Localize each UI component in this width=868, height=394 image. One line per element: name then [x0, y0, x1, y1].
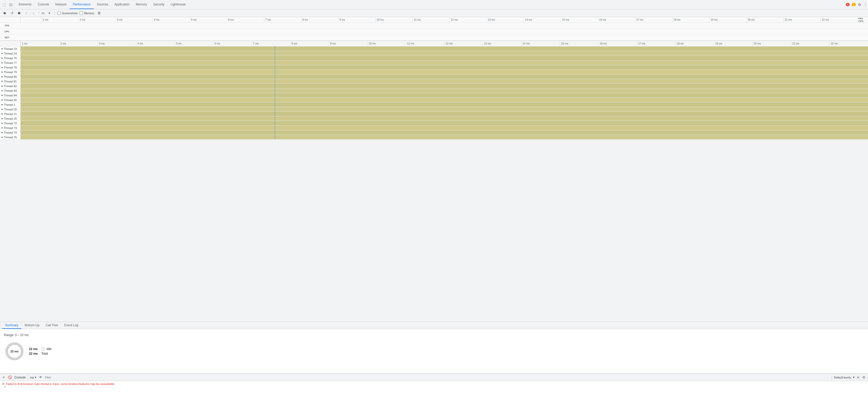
thread-expand-icon[interactable]: ▶	[2, 71, 3, 73]
tab-network[interactable]: Network	[52, 0, 70, 9]
memory-checkbox[interactable]	[80, 11, 83, 15]
summary-stats: 22 ms Idle 22 ms Total	[29, 347, 52, 356]
thread-row[interactable]: ▶Thread 82	[0, 84, 868, 88]
thread-row[interactable]: ▶Thread 72	[0, 121, 868, 125]
thread-expand-icon[interactable]: ▶	[2, 80, 3, 82]
thread-row[interactable]: ▶Thread 79	[0, 70, 868, 75]
tab-security[interactable]: Security	[150, 0, 167, 9]
tab-sources[interactable]: Sources	[94, 0, 111, 9]
console-close-button[interactable]: ✕	[857, 375, 860, 379]
more-options-icon[interactable]: ⋮	[863, 3, 867, 7]
thread-name: Thread 80	[4, 75, 17, 78]
idle-time: 22 ms	[29, 347, 39, 351]
thread-row[interactable]: ▶Thread 92	[0, 98, 868, 102]
thread-row[interactable]: ▶Thread 1	[0, 102, 868, 107]
thread-expand-icon[interactable]: ▶	[2, 117, 3, 120]
tab-elements[interactable]: Elements	[16, 0, 35, 9]
thread-label: ▶Thread 25	[0, 116, 21, 121]
thread-expand-icon[interactable]: ▶	[2, 108, 3, 110]
tab-call-tree[interactable]: Call Tree	[43, 322, 61, 329]
ruler-tick-11ms: 11 ms	[412, 17, 450, 23]
tab-lighthouse[interactable]: Lighthouse	[167, 0, 189, 9]
thread-row[interactable]: ▶Thread 83	[0, 88, 868, 93]
thread-expand-icon[interactable]: ▶	[2, 127, 3, 129]
donut-chart: 22 ms	[4, 341, 25, 362]
screenshots-checkbox-group[interactable]: Screenshots	[57, 11, 78, 15]
thread-expand-icon[interactable]: ▶	[2, 99, 3, 101]
download-button[interactable]: ↓	[31, 10, 36, 16]
tab-application[interactable]: Application	[111, 0, 133, 9]
console-prompt[interactable]: >	[2, 386, 866, 389]
tab-event-log[interactable]: Event Log	[61, 322, 82, 329]
console-clear-icon[interactable]: 🚫	[7, 375, 12, 380]
thread-expand-icon[interactable]: ▶	[2, 66, 3, 68]
thread-expand-icon[interactable]: ▶	[2, 136, 3, 138]
thread-label: ▶Thread 80	[0, 75, 21, 79]
thread-track	[21, 65, 868, 69]
thread-expand-icon[interactable]: ▶	[2, 94, 3, 96]
settings-icon[interactable]: ⚙	[858, 3, 861, 7]
upload-button[interactable]: ↑	[24, 10, 29, 16]
thread-row[interactable]: ▶Thread 77	[0, 60, 868, 65]
console-level-selector[interactable]: Default levels	[834, 376, 851, 379]
tab-memory[interactable]: Memory	[133, 0, 150, 9]
ruler-tick-15ms: 15 ms	[561, 17, 598, 23]
inspect-icon[interactable]: ⬚	[1, 2, 7, 8]
fps-label: FPS	[859, 17, 867, 20]
toolbar-separator-2	[55, 11, 55, 15]
thread-row[interactable]: ▶Thread 21	[0, 112, 868, 116]
thread-row[interactable]: ▶Thread 24	[0, 51, 868, 56]
clear-button[interactable]: 🗑	[96, 10, 101, 16]
thread-row[interactable]: ▶Thread 81	[0, 79, 868, 84]
thread-tick-11ms: 11 ms	[406, 41, 444, 46]
record-button[interactable]: ⏺	[2, 10, 7, 16]
profile-dropdown-icon[interactable]: ▾	[47, 10, 52, 16]
toolbar-separator	[39, 11, 39, 15]
thread-expand-icon[interactable]: ▶	[2, 122, 3, 124]
thread-label: ▶Thread 84	[0, 93, 21, 97]
thread-row[interactable]: ▶Thread 78	[0, 65, 868, 70]
tab-bottom-up[interactable]: Bottom-Up	[22, 322, 42, 329]
thread-expand-icon[interactable]: ▶	[2, 89, 3, 92]
thread-label: ▶Thread 77	[0, 60, 21, 65]
memory-checkbox-group[interactable]: Memory	[80, 11, 94, 15]
thread-track	[21, 130, 868, 135]
reload-record-button[interactable]: ↺	[9, 10, 14, 16]
thread-tick-12ms: 12 ms	[444, 41, 483, 46]
console-sidebar-icon[interactable]: ≡	[2, 375, 5, 380]
thread-name: Thread 77	[4, 61, 17, 64]
thread-row[interactable]: ▶Thread 20	[0, 107, 868, 112]
thread-row[interactable]: ▶Thread 76	[0, 135, 868, 140]
thread-expand-icon[interactable]: ▶	[2, 52, 3, 55]
thread-expand-icon[interactable]: ▶	[2, 85, 3, 87]
thread-row[interactable]: ▶Thread 74	[0, 130, 868, 135]
thread-expand-icon[interactable]: ▶	[2, 57, 3, 59]
thread-name: Thread 92	[4, 98, 17, 102]
screenshots-checkbox[interactable]	[57, 11, 61, 15]
thread-expand-icon[interactable]: ▶	[2, 113, 3, 115]
stop-button[interactable]: ⏹	[17, 10, 22, 16]
tab-console[interactable]: Console	[35, 0, 52, 9]
console-settings-icon[interactable]: ⚙	[862, 375, 866, 380]
thread-row[interactable]: ▶Thread 73	[0, 125, 868, 130]
thread-expand-icon[interactable]: ▶	[2, 48, 3, 50]
ruler-track: 1 ms 2 ms 3 ms 4 ms 5 ms 6 ms 7 ms 8 ms …	[41, 17, 858, 23]
device-mode-icon[interactable]: ⊡	[8, 2, 14, 8]
thread-expand-icon[interactable]: ▶	[2, 104, 3, 106]
console-context-selector[interactable]: top ▾	[30, 376, 36, 379]
tab-performance[interactable]: Performance	[70, 0, 94, 9]
ruler-tick-18ms: 18 ms	[672, 17, 709, 23]
thread-expand-icon[interactable]: ▶	[2, 76, 3, 78]
thread-row[interactable]: ▶Thread 75	[0, 56, 868, 60]
thread-expand-icon[interactable]: ▶	[2, 131, 3, 134]
thread-expand-icon[interactable]: ▶	[2, 61, 3, 64]
thread-row[interactable]: ▶Thread 25	[0, 116, 868, 121]
thread-row[interactable]: ▶Thread 80	[0, 75, 868, 79]
fps-track	[10, 23, 868, 28]
console-eye-icon[interactable]: 👁	[38, 375, 43, 380]
tab-summary[interactable]: Summary	[2, 322, 22, 329]
console-filter-input[interactable]	[45, 376, 830, 379]
thread-row[interactable]: ▶Thread 84	[0, 93, 868, 98]
thread-row[interactable]: ▶Thread 23	[0, 47, 868, 51]
ruler-tick-4ms: 4 ms	[153, 17, 190, 23]
